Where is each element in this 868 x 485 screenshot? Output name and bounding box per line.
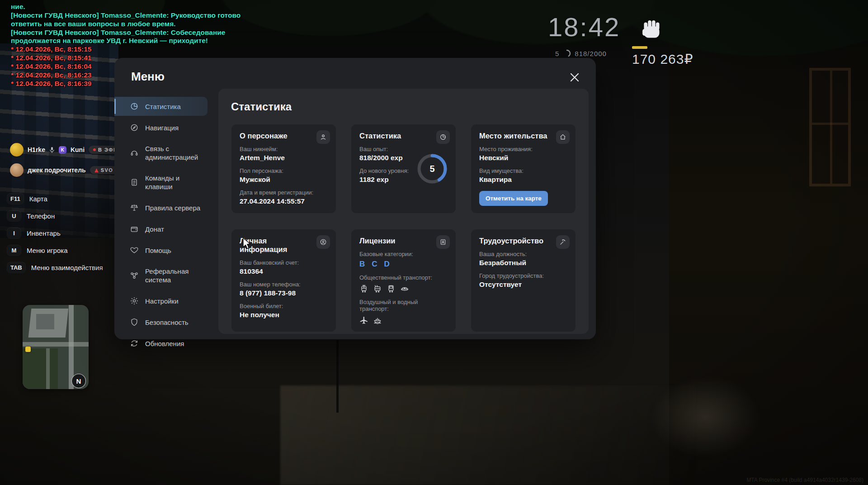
keybind-row: F11 Карта [7,194,103,204]
field-value: Artem_Henve [240,154,328,162]
driver-cap-icon [400,284,409,293]
hud-level-number: 5 [555,50,559,57]
chat-line: * 12.04.2026, Вс, 8:15:15 [11,45,259,54]
public-transport-icons [359,284,448,293]
sidebar-item-server-rules[interactable]: Правила сервера [114,198,208,217]
field-value: Отсутствует [479,281,567,289]
hud-level-exp: 5 818/2000 [555,49,607,58]
stats-pie-icon [130,102,139,111]
person-circle-icon [316,235,330,249]
key-badge: U [7,211,21,221]
key-badge: F11 [7,194,24,204]
license-category-c: C [372,260,377,269]
level-arc-icon [562,49,571,58]
keybind-label: Карта [29,195,47,203]
minimap-road [23,342,89,347]
keybind-list: F11 Карта U Телефон I Инвентарь M Меню и… [7,194,103,273]
field-value: Невский [479,154,567,162]
scene-pole [336,340,339,413]
commands-list-icon [130,178,139,187]
sidebar-item-settings[interactable]: Настройки [114,291,208,310]
field-value: Не получен [240,311,328,319]
chat-line: [Новости ГУВД Невского] Tomasso_Clemente… [11,11,259,28]
field-value: 818/2000 exp [359,154,420,162]
field-label: Место проживания: [479,146,567,152]
minimap-road [46,348,50,389]
keybind-row: M Меню игрока [7,245,103,256]
keybind-label: Меню игрока [27,247,67,254]
mic-icon [49,147,55,153]
svo-icon [94,168,99,172]
chat-line: ние. [11,3,259,11]
tram-icon [359,284,368,293]
field-label: Военный билет: [240,303,328,309]
key-badge: M [7,245,21,256]
trolleybus-icon [373,284,382,293]
field-value: 1182 exp [359,176,420,184]
avatar [10,163,24,177]
field-label: Базовые категории: [359,251,448,257]
minimap-park [23,348,58,389]
keybind-row: TAB Меню взаимодействия [7,262,103,273]
field-label: До нового уровня: [359,167,420,174]
sidebar-item-label: Навигация [145,124,179,132]
card-title: Трудоустройство [479,237,567,245]
keybind-label: Меню взаимодействия [31,264,103,271]
sidebar-item-label: Донат [145,225,164,233]
field-label: Вид имущества: [479,167,567,174]
scene-sidewalk [651,376,760,458]
compass-n: N [71,374,86,388]
card-stats: Статистика Ваш опыт: 818/2000 exp До нов… [351,124,456,214]
field-label: Ваш никнейм: [240,146,328,152]
card-title: Место жительства [479,132,567,140]
minimap-building [36,314,54,329]
key-badge: TAB [7,262,25,273]
person-icon [316,130,330,144]
close-button[interactable] [569,71,580,83]
referral-network-icon [130,271,139,280]
svo-badge: SVO [90,166,118,174]
card-personal: Личная информация Ваш банковский счет: 8… [231,229,336,332]
wallet-icon [130,224,139,233]
field-label: Общественный транспорт: [359,274,448,281]
money-display: 170 263₽ [632,46,693,67]
shield-icon [130,318,139,327]
card-title: Личная информация [240,237,328,254]
keybind-label: Телефон [27,212,55,220]
kuni-app-icon: K [59,146,66,154]
id-card-icon [436,235,450,249]
sidebar-item-referral[interactable]: Реферальная система [114,262,208,289]
sidebar-item-security[interactable]: Безопасность [114,313,208,332]
field-label: Воздушный и водный транспорт: [359,299,448,312]
sidebar-item-commands[interactable]: Команды и клавиши [114,169,208,196]
sidebar-item-label: Помощь [145,246,171,255]
pickaxe-icon [556,235,570,249]
field-label: Ваш опыт: [359,146,420,152]
air-water-transport-icons [359,315,448,324]
on-air-dot [93,148,96,151]
player-name: джек подрочитель [28,166,86,174]
mark-on-map-button[interactable]: Отметить на карте [479,191,548,206]
keybind-label: Инвентарь [27,229,61,237]
sidebar-item-navigation[interactable]: Навигация [114,118,208,137]
player-name: Kuni [71,146,85,153]
sidebar-item-admin-contact[interactable]: Связь с администрацией [114,139,208,166]
ring-level-number: 5 [429,164,434,174]
sidebar-item-help[interactable]: Помощь [114,241,208,260]
sidebar-item-label: Обновления [145,339,184,348]
card-employment: Трудоустройство Ваша должность: Безработ… [471,229,576,332]
player-menu: Меню Статистика Навигация Связь с админи… [114,58,596,339]
sidebar-item-statistics[interactable]: Статистика [114,97,208,116]
keybind-row: I Инвентарь [7,228,103,238]
sidebar-item-donate[interactable]: Донат [114,219,208,238]
sidebar-item-label: Безопасность [145,318,189,327]
field-label: Ваш банковский счет: [240,259,328,266]
sidebar-item-label: Реферальная система [145,267,203,284]
key-badge: I [7,228,21,238]
field-value: 810364 [240,267,328,276]
field-label: Ваша должность: [479,251,567,257]
sidebar-item-updates[interactable]: Обновления [114,334,208,353]
headset-icon [130,148,139,157]
house-icon [556,130,570,144]
heart-icon [130,246,139,255]
